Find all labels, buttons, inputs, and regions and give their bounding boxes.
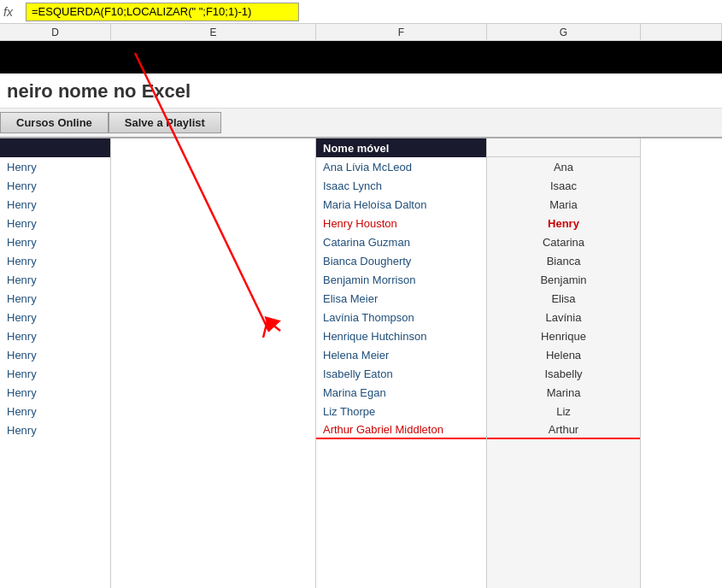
- list-item: Henry: [0, 364, 110, 383]
- list-item: Henry: [0, 383, 110, 402]
- nome-col-header: Nome móvel: [316, 138, 486, 157]
- list-item: Henrique: [487, 326, 640, 345]
- list-item: Ana: [487, 157, 640, 176]
- list-item: Benjamin: [487, 270, 640, 289]
- result-col-header: [487, 138, 640, 157]
- list-item: Maria Heloísa Dalton: [316, 195, 486, 214]
- list-item: Arthur: [487, 420, 640, 439]
- henry-houston-cell: Henry Houston: [316, 214, 486, 232]
- main-content: Henry Henry Henry Henry Henry Henry Henr…: [0, 138, 722, 588]
- col-header-extra: [641, 24, 722, 40]
- left-col-header: [0, 138, 110, 157]
- list-item: Henry: [0, 176, 110, 195]
- list-item: Henry: [0, 420, 110, 439]
- list-item: Henry: [0, 214, 110, 232]
- list-item: Henry: [0, 289, 110, 308]
- list-item: Marina Egan: [316, 383, 486, 402]
- cursos-online-button[interactable]: Cursos Online: [0, 112, 109, 133]
- fx-icon: fx: [3, 5, 21, 19]
- list-item: Benjamin Morrison: [316, 270, 486, 289]
- list-item: Bianca: [487, 251, 640, 270]
- list-item: Maria: [487, 195, 640, 214]
- col-header-f: F: [316, 24, 487, 40]
- list-item: Henry: [0, 345, 110, 364]
- column-headers: D E F G: [0, 24, 722, 41]
- right-section: Nome móvel Ana Lívia McLeod Isaac Lynch …: [316, 138, 722, 588]
- list-item: Lavínia: [487, 308, 640, 326]
- col-header-g: G: [487, 24, 641, 40]
- salve-playlist-button[interactable]: Salve a Playlist: [109, 112, 221, 133]
- list-item: Helena Meier: [316, 345, 486, 364]
- formula-input[interactable]: [26, 3, 299, 21]
- black-banner: [0, 41, 722, 74]
- list-item: Elisa: [487, 289, 640, 308]
- list-item: Henry: [0, 326, 110, 345]
- liz-thorpe-cell: Liz Thorpe: [316, 402, 486, 420]
- list-item: Marina: [487, 383, 640, 402]
- list-item: Henrique Hutchinson: [316, 326, 486, 345]
- buttons-row: Cursos Online Salve a Playlist: [0, 109, 722, 138]
- list-item: Isabelly: [487, 364, 640, 383]
- list-item: Catarina: [487, 232, 640, 251]
- nome-column: Nome móvel Ana Lívia McLeod Isaac Lynch …: [316, 138, 487, 588]
- list-item: Helena: [487, 345, 640, 364]
- result-column: Ana Isaac Maria Henry Catarina Bianca Be…: [487, 138, 641, 588]
- formula-bar: fx: [0, 0, 722, 24]
- col-header-e: E: [111, 24, 316, 40]
- list-item: Henry: [0, 402, 110, 420]
- list-item: Isaac Lynch: [316, 176, 486, 195]
- col-header-d: D: [0, 24, 111, 40]
- list-item: Henry: [0, 232, 110, 251]
- page-title: neiro nome no Excel: [0, 74, 722, 109]
- list-item: Isabelly Eaton: [316, 364, 486, 383]
- list-item: Ana Lívia McLeod: [316, 157, 486, 176]
- arthur-gabriel-cell: Arthur Gabriel Middleton: [316, 420, 486, 439]
- list-item: Henry: [0, 251, 110, 270]
- list-item: Isaac: [487, 176, 640, 195]
- henry-result-cell: Henry: [487, 214, 640, 232]
- mid-gap: [111, 138, 316, 588]
- list-item: Henry: [0, 270, 110, 289]
- list-item: Bianca Dougherty: [316, 251, 486, 270]
- list-item: Liz: [487, 402, 640, 420]
- list-item: Henry: [0, 308, 110, 326]
- list-item: Catarina Guzman: [316, 232, 486, 251]
- list-item: Henry: [0, 195, 110, 214]
- left-column: Henry Henry Henry Henry Henry Henry Henr…: [0, 138, 111, 588]
- list-item: Henry: [0, 157, 110, 176]
- list-item: Elisa Meier: [316, 289, 486, 308]
- list-item: Lavínia Thompson: [316, 308, 486, 326]
- extra-col: [641, 138, 722, 588]
